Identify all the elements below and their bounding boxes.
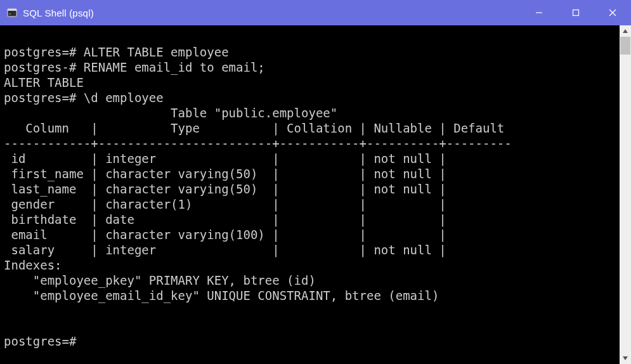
svg-rect-4 bbox=[573, 10, 579, 16]
terminal-output[interactable]: postgres=# ALTER TABLE employee postgres… bbox=[0, 25, 620, 364]
vertical-scrollbar[interactable] bbox=[620, 25, 631, 364]
terminal-area: postgres=# ALTER TABLE employee postgres… bbox=[0, 25, 631, 364]
close-button[interactable] bbox=[594, 0, 631, 25]
minimize-button[interactable] bbox=[521, 0, 557, 25]
svg-marker-7 bbox=[623, 29, 628, 33]
svg-rect-1 bbox=[8, 9, 16, 11]
scroll-down-arrow[interactable] bbox=[620, 353, 631, 364]
scroll-thumb[interactable] bbox=[620, 37, 630, 55]
svg-marker-8 bbox=[623, 356, 628, 360]
scroll-up-arrow[interactable] bbox=[620, 25, 631, 37]
app-window: >_ SQL Shell (psql) postgres=# ALTER TAB… bbox=[0, 0, 631, 364]
titlebar[interactable]: >_ SQL Shell (psql) bbox=[0, 0, 631, 25]
window-title: SQL Shell (psql) bbox=[23, 8, 94, 18]
app-icon: >_ bbox=[6, 7, 18, 18]
maximize-button[interactable] bbox=[557, 0, 594, 25]
svg-text:>_: >_ bbox=[9, 11, 14, 16]
